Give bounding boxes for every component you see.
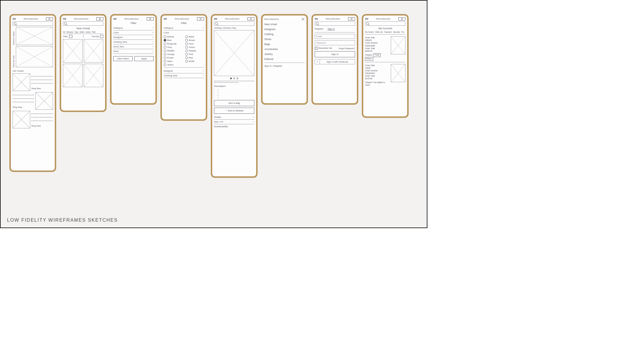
password-field[interactable]: Password [315,40,355,45]
tile-image[interactable] [13,73,30,91]
color-option[interactable]: Pink [185,53,204,56]
header-box-icon[interactable] [348,17,351,20]
hamburger-icon[interactable] [315,18,318,20]
header-box-icon[interactable] [197,17,200,20]
nav-accessories[interactable]: Accessories [264,48,305,51]
header-box-icon[interactable] [398,17,402,20]
nav-signin-register[interactable]: Sign In / Register [264,65,305,67]
carousel-dots[interactable] [214,78,254,79]
search-input[interactable] [13,21,53,26]
tab-signin[interactable]: Sign In [328,27,335,30]
color-option[interactable]: Green [185,46,204,49]
filter-clothing-size[interactable]: Clothing Size+ [164,73,204,78]
color-option[interactable]: Red [185,56,204,59]
filter-clothing-size[interactable]: Clothing Size+ [113,40,154,44]
shop-now-link[interactable]: Shop Now [31,87,53,89]
tab-pants[interactable]: Pant [92,31,95,33]
nav-designers[interactable]: Designers [264,28,305,31]
accordion-sustainability[interactable]: Sustainability [214,124,254,129]
hamburger-icon[interactable] [113,18,117,20]
search-input[interactable] [63,21,103,26]
email-field[interactable]: Email [315,34,355,39]
hamburger-icon[interactable] [164,18,167,20]
category-tabs[interactable]: All Dresses Tops Skirts Jeans Pant [63,31,103,34]
return-button[interactable]: Return [365,57,373,61]
filter-designer[interactable]: Designer+ [113,35,154,40]
tab-my-orders[interactable]: My Orders [365,31,374,33]
hero-image[interactable] [16,46,53,67]
hero-image[interactable] [16,27,53,45]
header-box-icon[interactable] [251,17,254,20]
header-box-icon[interactable] [96,17,100,20]
sign-in-button[interactable]: Sign In [315,51,355,57]
filter-designer[interactable]: Designer+ [164,69,204,73]
color-option[interactable]: Animal [164,35,182,38]
product-image[interactable] [214,30,254,76]
search-input[interactable] [214,21,254,26]
tile-image[interactable] [35,92,53,110]
accordion-size-fit[interactable]: Size / Fit+ [214,120,254,124]
search-input[interactable] [315,21,355,26]
breadcrumb[interactable]: Clothing | Dresses | Day [214,27,254,29]
filter-price[interactable]: Price+ [113,49,154,54]
hamburger-icon[interactable] [214,18,217,20]
color-option[interactable]: Orange [164,53,182,56]
close-icon[interactable] [301,17,305,21]
nav-shoes[interactable]: Shoes [264,38,305,41]
add-to-bag-button[interactable]: Add to Bag [214,100,254,106]
header-box-icon[interactable] [352,17,355,20]
tab-security[interactable]: Security [393,31,400,33]
color-option[interactable]: Purple [164,56,182,59]
hamburger-icon[interactable] [365,18,368,20]
color-option[interactable]: Burgundy [164,42,182,45]
color-option[interactable]: Metallic [164,49,182,52]
tab-profile[interactable]: Pro [401,31,404,33]
remember-me-checkbox[interactable]: ✓Remember Me [315,47,332,50]
color-option[interactable]: Black [185,35,204,38]
nav-new-arrival[interactable]: New Arrival [264,23,305,26]
header-box-icon[interactable] [147,17,150,20]
header-box-icon[interactable] [150,17,154,20]
facebook-sign-in-button[interactable]: f Sign In with Facebook [315,59,355,64]
color-option[interactable]: Gold [185,42,204,45]
filter-button[interactable]: Filter [63,35,82,38]
tab-all[interactable]: All [63,31,65,33]
sort-button[interactable]: Sort By [85,35,104,38]
product-tile[interactable] [84,64,103,87]
hamburger-icon[interactable] [13,18,16,20]
color-option[interactable]: Neutral [185,49,204,52]
add-to-wishlist-button[interactable]: ♡Add to Wishlist [214,108,254,114]
product-tile[interactable] [84,39,103,63]
tile-image[interactable] [13,111,30,128]
header-box-icon[interactable] [100,17,103,20]
filter-category[interactable]: Category+ [164,26,204,30]
header-box-icon[interactable] [50,17,53,20]
order-thumbnail[interactable] [391,36,405,54]
color-option[interactable] [185,63,204,66]
tab-dresses[interactable]: Dresses [66,31,73,33]
filter-category[interactable]: Category+ [113,26,154,30]
nav-bags[interactable]: Bags [264,43,305,46]
filter-color[interactable]: Color+ [113,30,154,35]
product-tile[interactable] [63,39,83,63]
clear-filters-button[interactable]: Clear Filters [113,56,133,61]
forgot-password-link[interactable]: Forgot Password? [338,47,355,49]
tab-payment[interactable]: Payment [384,31,392,33]
header-box-icon[interactable] [201,17,204,20]
shop-now-link[interactable]: Shop Now [31,125,53,127]
tab-skirts[interactable]: Skirts [80,31,84,33]
nav-clothing[interactable]: Clothing [264,33,305,36]
order-thumbnail[interactable] [391,64,405,82]
search-input[interactable] [365,21,405,26]
color-option[interactable]: Silver [164,60,182,63]
shop-now-link[interactable]: Shop Now [13,106,34,108]
tab-tops[interactable]: Tops [74,31,78,33]
color-option[interactable]: Blue [164,39,182,42]
color-option[interactable]: Grey [164,46,182,49]
filter-shoe-size[interactable]: Shoe Size+ [113,44,154,49]
hamburger-icon[interactable] [63,18,66,20]
accordion-details[interactable]: Details+ [214,115,254,120]
tab-jeans[interactable]: Jeans [85,31,90,33]
tab-wishlist[interactable]: Wish List [375,31,383,33]
product-tile[interactable] [63,64,83,87]
